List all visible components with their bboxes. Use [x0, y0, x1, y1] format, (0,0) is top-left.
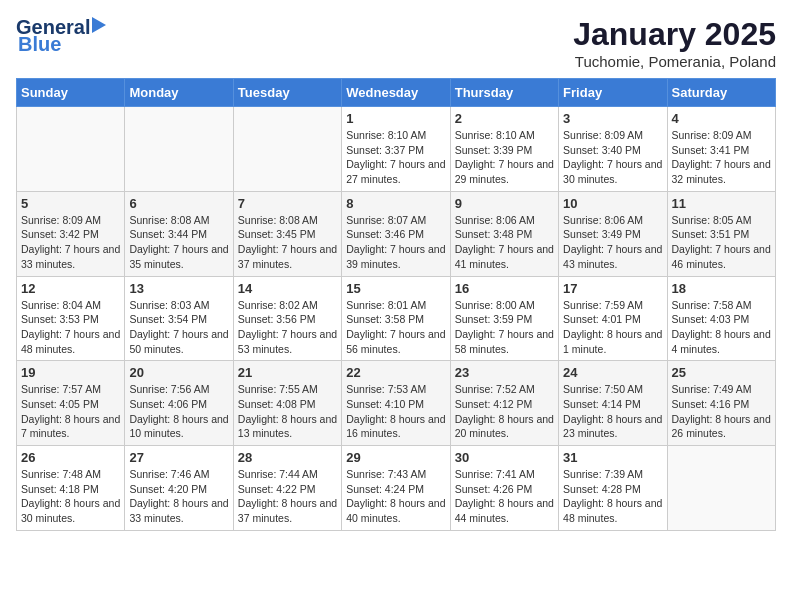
day-info: Sunrise: 7:48 AM Sunset: 4:18 PM Dayligh… [21, 467, 120, 526]
day-number: 18 [672, 281, 771, 296]
table-row: 11Sunrise: 8:05 AM Sunset: 3:51 PM Dayli… [667, 191, 775, 276]
table-row: 7Sunrise: 8:08 AM Sunset: 3:45 PM Daylig… [233, 191, 341, 276]
table-row: 16Sunrise: 8:00 AM Sunset: 3:59 PM Dayli… [450, 276, 558, 361]
day-info: Sunrise: 7:46 AM Sunset: 4:20 PM Dayligh… [129, 467, 228, 526]
day-info: Sunrise: 8:10 AM Sunset: 3:39 PM Dayligh… [455, 128, 554, 187]
calendar-table: Sunday Monday Tuesday Wednesday Thursday… [16, 78, 776, 531]
day-number: 4 [672, 111, 771, 126]
table-row: 20Sunrise: 7:56 AM Sunset: 4:06 PM Dayli… [125, 361, 233, 446]
col-thursday: Thursday [450, 79, 558, 107]
day-info: Sunrise: 7:53 AM Sunset: 4:10 PM Dayligh… [346, 382, 445, 441]
title-block: January 2025 Tuchomie, Pomerania, Poland [573, 16, 776, 70]
day-info: Sunrise: 8:01 AM Sunset: 3:58 PM Dayligh… [346, 298, 445, 357]
col-wednesday: Wednesday [342, 79, 450, 107]
table-row: 15Sunrise: 8:01 AM Sunset: 3:58 PM Dayli… [342, 276, 450, 361]
table-row [125, 107, 233, 192]
day-info: Sunrise: 8:09 AM Sunset: 3:42 PM Dayligh… [21, 213, 120, 272]
day-number: 12 [21, 281, 120, 296]
day-number: 23 [455, 365, 554, 380]
table-row: 21Sunrise: 7:55 AM Sunset: 4:08 PM Dayli… [233, 361, 341, 446]
table-row: 8Sunrise: 8:07 AM Sunset: 3:46 PM Daylig… [342, 191, 450, 276]
day-number: 1 [346, 111, 445, 126]
calendar-week-row: 26Sunrise: 7:48 AM Sunset: 4:18 PM Dayli… [17, 446, 776, 531]
table-row: 24Sunrise: 7:50 AM Sunset: 4:14 PM Dayli… [559, 361, 667, 446]
svg-marker-0 [92, 17, 106, 33]
day-info: Sunrise: 7:39 AM Sunset: 4:28 PM Dayligh… [563, 467, 662, 526]
table-row: 12Sunrise: 8:04 AM Sunset: 3:53 PM Dayli… [17, 276, 125, 361]
day-info: Sunrise: 8:08 AM Sunset: 3:44 PM Dayligh… [129, 213, 228, 272]
calendar-week-row: 1Sunrise: 8:10 AM Sunset: 3:37 PM Daylig… [17, 107, 776, 192]
day-number: 27 [129, 450, 228, 465]
day-number: 2 [455, 111, 554, 126]
table-row: 14Sunrise: 8:02 AM Sunset: 3:56 PM Dayli… [233, 276, 341, 361]
day-number: 9 [455, 196, 554, 211]
day-number: 16 [455, 281, 554, 296]
table-row: 31Sunrise: 7:39 AM Sunset: 4:28 PM Dayli… [559, 446, 667, 531]
day-info: Sunrise: 7:58 AM Sunset: 4:03 PM Dayligh… [672, 298, 771, 357]
logo-arrow-icon [92, 17, 114, 33]
calendar-header-row: Sunday Monday Tuesday Wednesday Thursday… [17, 79, 776, 107]
table-row: 19Sunrise: 7:57 AM Sunset: 4:05 PM Dayli… [17, 361, 125, 446]
col-tuesday: Tuesday [233, 79, 341, 107]
table-row: 30Sunrise: 7:41 AM Sunset: 4:26 PM Dayli… [450, 446, 558, 531]
day-info: Sunrise: 7:56 AM Sunset: 4:06 PM Dayligh… [129, 382, 228, 441]
calendar-week-row: 19Sunrise: 7:57 AM Sunset: 4:05 PM Dayli… [17, 361, 776, 446]
logo: General Blue [16, 16, 114, 56]
col-sunday: Sunday [17, 79, 125, 107]
day-number: 13 [129, 281, 228, 296]
col-saturday: Saturday [667, 79, 775, 107]
day-info: Sunrise: 8:10 AM Sunset: 3:37 PM Dayligh… [346, 128, 445, 187]
day-number: 24 [563, 365, 662, 380]
day-info: Sunrise: 7:59 AM Sunset: 4:01 PM Dayligh… [563, 298, 662, 357]
day-number: 11 [672, 196, 771, 211]
table-row: 27Sunrise: 7:46 AM Sunset: 4:20 PM Dayli… [125, 446, 233, 531]
col-monday: Monday [125, 79, 233, 107]
page-subtitle: Tuchomie, Pomerania, Poland [573, 53, 776, 70]
table-row: 28Sunrise: 7:44 AM Sunset: 4:22 PM Dayli… [233, 446, 341, 531]
day-number: 19 [21, 365, 120, 380]
day-info: Sunrise: 8:04 AM Sunset: 3:53 PM Dayligh… [21, 298, 120, 357]
page-header: General Blue January 2025 Tuchomie, Pome… [16, 16, 776, 70]
table-row: 23Sunrise: 7:52 AM Sunset: 4:12 PM Dayli… [450, 361, 558, 446]
day-info: Sunrise: 8:00 AM Sunset: 3:59 PM Dayligh… [455, 298, 554, 357]
day-info: Sunrise: 8:08 AM Sunset: 3:45 PM Dayligh… [238, 213, 337, 272]
logo-blue-text: Blue [18, 33, 61, 56]
day-number: 10 [563, 196, 662, 211]
table-row: 13Sunrise: 8:03 AM Sunset: 3:54 PM Dayli… [125, 276, 233, 361]
day-info: Sunrise: 7:44 AM Sunset: 4:22 PM Dayligh… [238, 467, 337, 526]
table-row: 25Sunrise: 7:49 AM Sunset: 4:16 PM Dayli… [667, 361, 775, 446]
day-number: 25 [672, 365, 771, 380]
table-row: 4Sunrise: 8:09 AM Sunset: 3:41 PM Daylig… [667, 107, 775, 192]
day-number: 14 [238, 281, 337, 296]
day-number: 17 [563, 281, 662, 296]
day-info: Sunrise: 7:41 AM Sunset: 4:26 PM Dayligh… [455, 467, 554, 526]
day-info: Sunrise: 8:03 AM Sunset: 3:54 PM Dayligh… [129, 298, 228, 357]
day-number: 26 [21, 450, 120, 465]
day-number: 3 [563, 111, 662, 126]
day-info: Sunrise: 8:06 AM Sunset: 3:48 PM Dayligh… [455, 213, 554, 272]
table-row: 5Sunrise: 8:09 AM Sunset: 3:42 PM Daylig… [17, 191, 125, 276]
day-info: Sunrise: 7:49 AM Sunset: 4:16 PM Dayligh… [672, 382, 771, 441]
day-number: 22 [346, 365, 445, 380]
table-row: 6Sunrise: 8:08 AM Sunset: 3:44 PM Daylig… [125, 191, 233, 276]
day-info: Sunrise: 7:50 AM Sunset: 4:14 PM Dayligh… [563, 382, 662, 441]
table-row: 18Sunrise: 7:58 AM Sunset: 4:03 PM Dayli… [667, 276, 775, 361]
calendar-week-row: 5Sunrise: 8:09 AM Sunset: 3:42 PM Daylig… [17, 191, 776, 276]
day-number: 29 [346, 450, 445, 465]
day-info: Sunrise: 8:09 AM Sunset: 3:40 PM Dayligh… [563, 128, 662, 187]
table-row: 22Sunrise: 7:53 AM Sunset: 4:10 PM Dayli… [342, 361, 450, 446]
table-row: 26Sunrise: 7:48 AM Sunset: 4:18 PM Dayli… [17, 446, 125, 531]
calendar-week-row: 12Sunrise: 8:04 AM Sunset: 3:53 PM Dayli… [17, 276, 776, 361]
day-number: 8 [346, 196, 445, 211]
day-number: 21 [238, 365, 337, 380]
table-row: 17Sunrise: 7:59 AM Sunset: 4:01 PM Dayli… [559, 276, 667, 361]
table-row: 10Sunrise: 8:06 AM Sunset: 3:49 PM Dayli… [559, 191, 667, 276]
day-info: Sunrise: 7:52 AM Sunset: 4:12 PM Dayligh… [455, 382, 554, 441]
day-number: 31 [563, 450, 662, 465]
day-number: 28 [238, 450, 337, 465]
table-row: 29Sunrise: 7:43 AM Sunset: 4:24 PM Dayli… [342, 446, 450, 531]
day-info: Sunrise: 8:07 AM Sunset: 3:46 PM Dayligh… [346, 213, 445, 272]
day-info: Sunrise: 7:57 AM Sunset: 4:05 PM Dayligh… [21, 382, 120, 441]
table-row: 3Sunrise: 8:09 AM Sunset: 3:40 PM Daylig… [559, 107, 667, 192]
day-info: Sunrise: 7:55 AM Sunset: 4:08 PM Dayligh… [238, 382, 337, 441]
